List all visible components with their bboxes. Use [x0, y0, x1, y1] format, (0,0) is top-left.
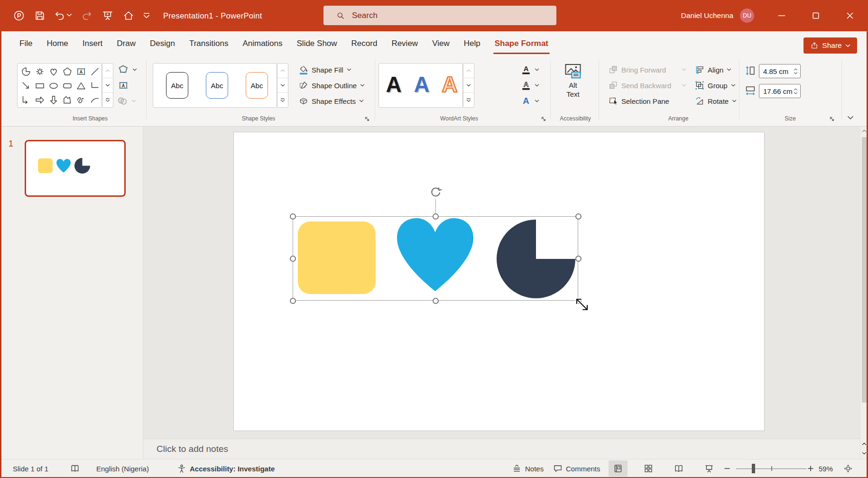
tab-review[interactable]: Review: [384, 31, 425, 56]
shape-style-black[interactable]: Abc: [166, 72, 188, 99]
resize-handle-e[interactable]: [575, 256, 582, 262]
resize-handle-n[interactable]: [433, 213, 439, 220]
group-button[interactable]: Group: [695, 79, 736, 92]
shape-text-box-icon[interactable]: [75, 66, 87, 77]
tab-slide-show[interactable]: Slide Show: [290, 31, 344, 56]
shape-pie-icon[interactable]: [20, 66, 32, 77]
shape-oval-icon[interactable]: [48, 80, 59, 92]
tab-shape-format[interactable]: Shape Format: [488, 31, 555, 56]
resize-handle-sw[interactable]: [290, 298, 296, 304]
tab-transitions[interactable]: Transitions: [182, 31, 236, 56]
shape-width-input[interactable]: 17.66 cm: [759, 84, 801, 98]
text-fill-button[interactable]: A: [521, 63, 539, 76]
home-icon[interactable]: [122, 9, 135, 22]
wordart-style-orange-outline[interactable]: A: [440, 70, 459, 99]
edit-shape-button[interactable]: [118, 63, 137, 76]
shape-rounded-square[interactable]: [298, 221, 376, 294]
shape-style-blue[interactable]: Abc: [206, 72, 228, 99]
tab-animations[interactable]: Animations: [235, 31, 289, 56]
search-box[interactable]: Search: [323, 6, 556, 25]
shape-right-arrow-icon[interactable]: [34, 94, 46, 106]
shape-pie[interactable]: [497, 220, 575, 298]
resize-handle-nw[interactable]: [290, 213, 296, 220]
shape-scribble-icon[interactable]: [75, 94, 87, 106]
shape-arc-icon[interactable]: [89, 94, 101, 106]
collapse-ribbon-icon[interactable]: [847, 116, 854, 120]
gallery-scroll-down-icon[interactable]: [463, 78, 474, 93]
avatar[interactable]: DU: [740, 9, 754, 23]
share-button[interactable]: Share: [803, 37, 857, 54]
tab-help[interactable]: Help: [457, 31, 488, 56]
tab-file[interactable]: File: [12, 31, 39, 56]
tab-home[interactable]: Home: [39, 31, 75, 56]
resize-handle-w[interactable]: [290, 256, 296, 262]
gallery-more-icon[interactable]: [277, 93, 288, 107]
shape-rectangle-icon[interactable]: [34, 80, 46, 92]
maximize-button[interactable]: [802, 0, 830, 31]
shape-heart[interactable]: [397, 218, 473, 291]
gallery-scroll-down-icon[interactable]: [277, 78, 288, 93]
shape-rounded-rectangle-icon[interactable]: [62, 80, 73, 92]
minimize-button[interactable]: [768, 0, 795, 31]
tab-view[interactable]: View: [425, 31, 457, 56]
gallery-scroll-down-icon[interactable]: [102, 78, 113, 93]
stepper-down-icon[interactable]: [794, 92, 798, 94]
gallery-more-icon[interactable]: [102, 93, 113, 107]
slide-indicator[interactable]: Slide 1 of 1: [13, 460, 48, 478]
customize-quick-access-icon[interactable]: [143, 12, 150, 19]
scrollbar-thumb[interactable]: [862, 137, 867, 403]
shape-freeform-icon[interactable]: [62, 94, 73, 106]
shape-fill-button[interactable]: Shape Fill: [299, 63, 351, 76]
account-name[interactable]: Daniel Uchenna: [668, 0, 733, 31]
slide-sorter-view-button[interactable]: [639, 460, 658, 477]
tab-insert[interactable]: Insert: [75, 31, 110, 56]
tab-record[interactable]: Record: [344, 31, 385, 56]
next-slide-icon[interactable]: [862, 452, 867, 455]
save-icon[interactable]: [34, 9, 46, 22]
slide-thumbnail[interactable]: [25, 140, 126, 197]
text-effects-button[interactable]: A: [521, 94, 539, 108]
resize-handle-ne[interactable]: [575, 213, 582, 220]
notes-pane[interactable]: Click to add notes: [143, 439, 860, 459]
text-box-button[interactable]: [118, 79, 129, 92]
tab-draw[interactable]: Draw: [110, 31, 143, 56]
selection-pane-button[interactable]: Selection Pane: [609, 94, 669, 108]
undo-dropdown-icon[interactable]: [66, 13, 72, 17]
text-outline-button[interactable]: A: [521, 79, 539, 92]
zoom-slider-thumb[interactable]: [752, 464, 755, 473]
notes-toggle[interactable]: Notes: [512, 460, 544, 478]
fit-slide-to-window-button[interactable]: [843, 460, 853, 478]
shape-pentagon-icon[interactable]: [62, 66, 73, 77]
language-button[interactable]: English (Nigeria): [96, 460, 149, 478]
spell-check-button[interactable]: [70, 460, 80, 478]
wordart-style-black[interactable]: A: [384, 70, 403, 99]
shape-height-input[interactable]: 4.85 cm: [759, 64, 801, 78]
reading-view-button[interactable]: [669, 460, 688, 477]
zoom-in-button[interactable]: [807, 460, 814, 478]
accessibility-checker[interactable]: Accessibility: Investigate: [177, 460, 275, 478]
zoom-out-button[interactable]: [724, 460, 730, 478]
gallery-more-icon[interactable]: [463, 93, 474, 107]
stepper-down-icon[interactable]: [794, 72, 798, 74]
shape-elbow-connector-icon[interactable]: [89, 80, 101, 92]
shape-styles-dialog-launcher-icon[interactable]: [364, 116, 370, 122]
rotate-button[interactable]: Rotate: [695, 94, 737, 108]
shape-triangle-icon[interactable]: [75, 80, 87, 92]
shape-style-orange[interactable]: Abc: [246, 72, 268, 99]
shape-line-arrow-icon[interactable]: [20, 80, 32, 92]
comments-toggle[interactable]: Comments: [553, 460, 600, 478]
close-button[interactable]: [836, 0, 864, 31]
undo-icon[interactable]: [54, 9, 66, 22]
shape-effects-button[interactable]: Shape Effects: [299, 94, 364, 108]
shape-outline-button[interactable]: Shape Outline: [299, 79, 365, 92]
zoom-level[interactable]: 59%: [819, 460, 833, 478]
align-button[interactable]: Align: [695, 63, 731, 76]
wordart-style-blue[interactable]: A: [412, 70, 431, 99]
shape-line-icon[interactable]: [89, 66, 101, 77]
shape-sun-icon[interactable]: [34, 66, 46, 77]
normal-view-button[interactable]: [609, 460, 628, 477]
shape-elbow-arrow-connector-icon[interactable]: [20, 94, 32, 106]
start-slideshow-icon[interactable]: [102, 9, 114, 22]
stepper-up-icon[interactable]: [794, 88, 798, 91]
shape-down-arrow-icon[interactable]: [48, 94, 59, 106]
